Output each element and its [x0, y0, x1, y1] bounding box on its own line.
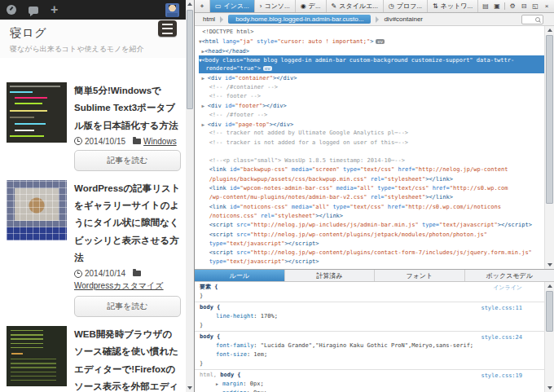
sidebar-tab[interactable]: フォント [375, 270, 465, 281]
code-segment: style= [253, 38, 278, 45]
scrollbar-thumb[interactable] [546, 35, 553, 204]
markup-line[interactable]: <!-- tracker not added by Ultimate Googl… [199, 129, 554, 138]
code-segment: <div [208, 121, 222, 128]
post-title[interactable]: WEB開発時ブラウザのソース確認を使い慣れたエディターで!Firefoxのソース… [74, 326, 181, 392]
search-input[interactable] [521, 15, 543, 24]
scroll-up-icon[interactable] [186, 0, 194, 8]
post-thumbnail[interactable] [7, 180, 67, 240]
sidebar-tab[interactable]: ボックスモデル [465, 270, 554, 281]
scroll-down-icon[interactable] [545, 261, 554, 269]
tab-label: インス... [224, 2, 249, 11]
code-segment: type= [340, 166, 360, 173]
scrollbar-thumb[interactable] [546, 291, 553, 332]
tab-network[interactable]: ネットワ... [428, 0, 478, 12]
markup-line[interactable]: <link id="backwpup-css" media="screen" t… [199, 165, 554, 174]
post-thumbnail[interactable] [7, 326, 67, 386]
css-declaration[interactable]: line-height: 170%; [200, 312, 534, 321]
category-link[interactable]: Wordpressカスタマイズ [74, 280, 164, 292]
markup-scrollbar[interactable] [544, 26, 554, 269]
markup-line[interactable]: type="text/javascript"></script> [199, 240, 554, 249]
tab-debugger[interactable]: デ... [296, 0, 327, 12]
user-avatar[interactable] [165, 3, 179, 17]
markup-line[interactable]: <link id="noticons-css" media="all" type… [199, 203, 554, 212]
markup-line[interactable]: <!DOCTYPE html> [199, 28, 554, 37]
rules-scrollbar[interactable] [544, 282, 554, 392]
stylesheet-link[interactable]: インライン [493, 284, 522, 293]
markup-line[interactable]: <!-- /#container --> [199, 83, 554, 92]
code-segment: <script [199, 231, 233, 238]
read-more-button[interactable]: 記事を読む [74, 150, 181, 171]
tab-profiler[interactable]: プロフ... [384, 0, 428, 12]
post-title[interactable]: WordPressの記事リストをギャラリーサイトのようにタイル状に隙間なくビッシ… [74, 180, 181, 266]
dock-bottom-button[interactable] [518, 3, 530, 10]
rule-selector[interactable]: body { [200, 333, 220, 340]
split-console-button[interactable] [480, 3, 491, 10]
site-title[interactable]: 寝ログ [10, 26, 176, 41]
stylesheet-link[interactable]: style.css:19 [481, 372, 522, 381]
page-scrollbar[interactable] [186, 0, 194, 392]
markup-line[interactable]: <!--<p class="small"> WassUp 1.8.5 times… [199, 156, 554, 165]
settings-button[interactable] [507, 3, 518, 10]
code-segment: "text/css" [350, 204, 384, 210]
stylesheet-link[interactable]: style.css:24 [481, 333, 522, 342]
comments-icon[interactable] [29, 7, 38, 14]
side-panel-button[interactable] [491, 3, 503, 10]
css-rule: html, body {style.css:19▶ margin: 0px;▶ … [195, 370, 545, 392]
markup-line[interactable]: /plugins/backwpup/assets/css/backwpup.mi… [199, 175, 554, 184]
markup-line[interactable]: rendered="true">ev [199, 64, 554, 73]
markup-line[interactable]: <script src="http://nelog.jp/wp-includes… [199, 221, 554, 230]
css-declaration[interactable]: ▶ padding: 0px; [200, 389, 534, 392]
rule-selector[interactable]: 要素 { [200, 284, 218, 290]
breadcrumb-item[interactable]: html [203, 15, 215, 23]
markup-line[interactable]: ▶ <div id="container"></div> [199, 73, 554, 82]
read-more-button[interactable]: 記事を読む [74, 296, 181, 317]
markup-line[interactable]: <script src="http://nelog.jp/wp-content/… [199, 231, 554, 240]
markup-line[interactable]: <!-- footer --> [199, 92, 554, 101]
menu-button[interactable] [158, 20, 177, 37]
code-segment: href= [429, 185, 449, 192]
breadcrumb-item[interactable]: div#container [384, 15, 423, 23]
element-picker-button[interactable] [195, 0, 210, 12]
markup-line[interactable]: /noticons.css" rel="stylesheet"></link> [199, 212, 554, 221]
markup-line[interactable]: type="text/javascript"></script> [199, 258, 554, 266]
markup-line[interactable]: <!-- tracker is not added for a logged o… [199, 139, 554, 148]
rule-selector[interactable]: body { [220, 372, 240, 378]
scroll-down-icon[interactable] [545, 384, 554, 392]
css-declaration[interactable]: ▶ margin: 0px; [200, 380, 534, 389]
post-thumbnail[interactable] [7, 82, 67, 143]
markup-line[interactable]: ▶ <div id="page-top"></div> [199, 120, 554, 129]
code-segment: "true" [236, 65, 257, 72]
popout-button[interactable] [530, 3, 541, 10]
markup-line[interactable]: <!-- /#footer --> [199, 111, 554, 120]
expand-arrow-icon[interactable]: ▶ [216, 381, 221, 386]
code-segment: "all" [312, 204, 329, 210]
css-declaration[interactable]: font-family: "Lucida Grande","Hiragino K… [200, 341, 534, 350]
scroll-up-icon[interactable] [545, 282, 554, 290]
tab-inspector[interactable]: インス... [210, 0, 255, 12]
category-link[interactable]: Windows [143, 137, 177, 146]
code-segment: "footer" [235, 103, 263, 109]
scrollbar-thumb[interactable] [187, 10, 193, 109]
scroll-up-icon[interactable] [545, 26, 554, 34]
dashboard-icon[interactable] [7, 5, 16, 15]
stylesheet-link[interactable]: style.css:11 [481, 304, 522, 313]
markup-line[interactable]: <link id="wpcom-notes-admin-bar-css" med… [199, 184, 554, 193]
sidebar-tab[interactable]: ルール [195, 270, 285, 281]
tab-style-editor[interactable]: スタイルエ... [327, 0, 384, 12]
markup-line[interactable]: ▶ <div id="footer"></div> [199, 101, 554, 110]
breadcrumb-item[interactable]: body.home.blog.logged-in.admin-bar.custo… [228, 15, 371, 24]
css-declaration[interactable]: font-size: 1em; [200, 350, 534, 359]
markup-line[interactable]: /wp-content/mu-plugins/notes/admin-bar-v… [199, 193, 554, 202]
sidebar-tab[interactable]: 計算済み [285, 270, 376, 281]
markup-line[interactable]: ▼<body class="home blog logged-in admin-… [199, 55, 554, 64]
new-content-icon[interactable]: + [51, 3, 58, 16]
close-button[interactable] [541, 3, 552, 10]
markup-line[interactable]: ▼<html lang="ja" style="cursor: auto ! i… [199, 37, 554, 46]
markup-line[interactable]: <script src="http://nelog.jp/wp-content/… [199, 249, 554, 258]
scroll-down-icon[interactable] [186, 384, 194, 392]
tab-console[interactable]: コンソ... [255, 0, 296, 12]
markup-line[interactable]: ▶<head></head> [199, 46, 554, 55]
post-title[interactable]: 簡単5分!WindowsでSublime Text3ポータブル版を日本語化する方… [74, 82, 181, 134]
rule-selector[interactable]: body { [200, 304, 220, 311]
markup-line[interactable] [199, 148, 554, 156]
